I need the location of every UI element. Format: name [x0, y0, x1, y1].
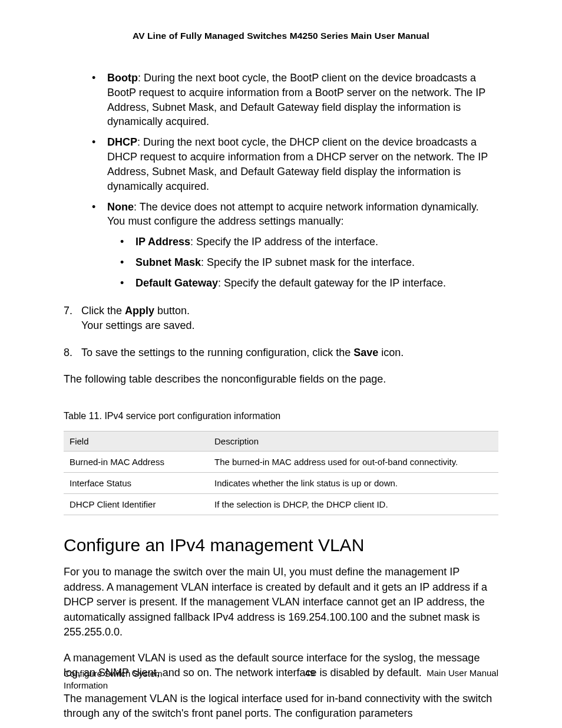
subnet-mask-label: Subnet Mask: [135, 256, 201, 268]
page-footer: Configure Switch System Information 49 M…: [64, 668, 498, 692]
table-row: Interface Status Indicates whether the l…: [64, 472, 498, 493]
step-7-line2: Your settings are saved.: [81, 319, 194, 331]
table-cell-desc: If the selection is DHCP, the DHCP clien…: [209, 493, 498, 515]
table-head-description: Description: [209, 431, 498, 451]
none-text: : The device does not attempt to acquire…: [107, 201, 479, 228]
bootp-text: : During the next boot cycle, the BootP …: [107, 72, 485, 127]
step-list: 7. Click the Apply button. Your settings…: [64, 304, 498, 361]
table-head-field: Field: [64, 431, 209, 451]
ip-address-label: IP Address: [135, 236, 190, 248]
section-paragraph: For you to manage the switch over the ma…: [64, 565, 498, 640]
table-cell-field: Interface Status: [64, 472, 209, 493]
list-item-subnet-mask: Subnet Mask: Specify the IP subnet mask …: [119, 255, 498, 270]
document-header: AV Line of Fully Managed Switches M4250 …: [64, 31, 498, 41]
table-cell-desc: Indicates whether the link status is up …: [209, 472, 498, 493]
footer-manual-title: Main User Manual: [427, 668, 498, 678]
apply-button-label: Apply: [125, 305, 154, 317]
step-number: 8.: [64, 345, 72, 361]
step-8-pre: To save the settings to the running conf…: [81, 347, 353, 358]
dhcp-label: DHCP: [107, 136, 137, 148]
manual-settings-list: IP Address: Specify the IP address of th…: [119, 235, 498, 290]
section-heading-ipv4-management-vlan: Configure an IPv4 management VLAN: [64, 535, 498, 555]
ipv4-service-port-table: Field Description Burned-in MAC Address …: [64, 431, 498, 515]
save-icon-label: Save: [353, 347, 378, 358]
step-8: 8. To save the settings to the running c…: [64, 345, 498, 361]
none-label: None: [107, 201, 134, 213]
ip-address-text: : Specify the IP address of the interfac…: [190, 236, 378, 248]
default-gateway-label: Default Gateway: [135, 277, 218, 289]
footer-section-title: Configure Switch System Information: [64, 668, 193, 692]
dhcp-text: : During the next boot cycle, the DHCP c…: [107, 136, 488, 192]
list-item-ip-address: IP Address: Specify the IP address of th…: [119, 235, 498, 249]
step-number: 7.: [64, 304, 72, 319]
table-intro-paragraph: The following table describes the noncon…: [64, 372, 498, 387]
protocol-mode-list: Bootp: During the next boot cycle, the B…: [91, 71, 498, 291]
table-caption: Table 11. IPv4 service port configuratio…: [64, 411, 498, 421]
table-row: Burned-in MAC Address The burned-in MAC …: [64, 451, 498, 472]
step-7-post: button.: [154, 305, 190, 317]
footer-page-number: 49: [193, 668, 427, 678]
section-paragraph: The management VLAN is the logical inter…: [64, 691, 498, 722]
table-header-row: Field Description: [64, 431, 498, 451]
list-item-dhcp: DHCP: During the next boot cycle, the DH…: [91, 135, 498, 193]
table-row: DHCP Client Identifier If the selection …: [64, 493, 498, 515]
bootp-label: Bootp: [107, 72, 138, 84]
step-8-post: icon.: [378, 347, 404, 358]
step-7-pre: Click the: [81, 305, 125, 317]
list-item-default-gateway: Default Gateway: Specify the default gat…: [119, 276, 498, 291]
default-gateway-text: : Specify the default gateway for the IP…: [218, 277, 446, 289]
table-cell-field: Burned-in MAC Address: [64, 451, 209, 472]
subnet-mask-text: : Specify the IP subnet mask for the int…: [201, 256, 415, 268]
list-item-none: None: The device does not attempt to acq…: [91, 200, 498, 291]
list-item-bootp: Bootp: During the next boot cycle, the B…: [91, 71, 498, 129]
step-7: 7. Click the Apply button. Your settings…: [64, 304, 498, 334]
table-cell-field: DHCP Client Identifier: [64, 493, 209, 515]
table-cell-desc: The burned-in MAC address used for out-o…: [209, 451, 498, 472]
